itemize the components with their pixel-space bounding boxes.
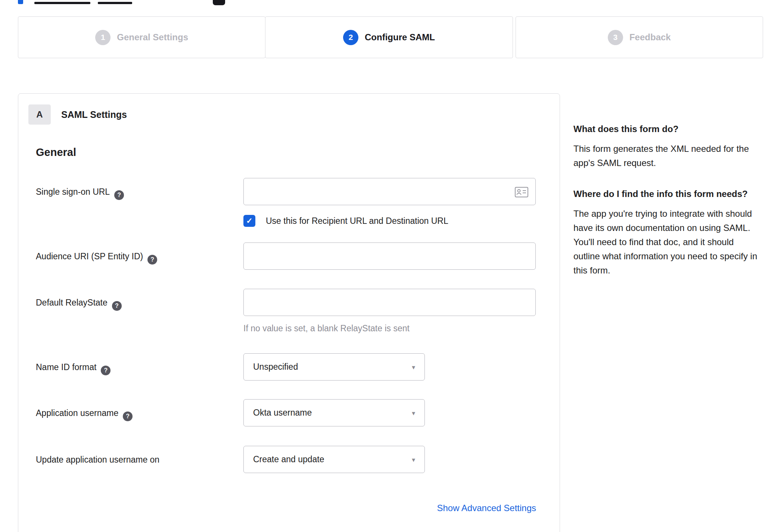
panel-title: SAML Settings xyxy=(61,109,127,120)
step-label: General Settings xyxy=(117,32,188,43)
clipped-link-fragment xyxy=(18,0,23,4)
app-username-row: Application username? Okta username ▼ xyxy=(36,399,560,426)
saml-settings-panel: A SAML Settings General Single sign-on U… xyxy=(18,93,560,532)
name-id-format-value: Unspecified xyxy=(253,362,298,372)
update-app-username-label: Update application username on xyxy=(36,446,243,473)
relay-state-hint: If no value is set, a blank RelayState i… xyxy=(243,322,536,335)
clipped-title-fragment xyxy=(34,2,90,4)
section-a-badge: A xyxy=(28,104,51,125)
sidebar-body-what: This form generates the XML needed for t… xyxy=(573,142,760,170)
chevron-down-icon: ▼ xyxy=(411,410,416,416)
chevron-down-icon: ▼ xyxy=(411,457,416,463)
update-app-username-select[interactable]: Create and update ▼ xyxy=(243,446,425,473)
help-icon[interactable]: ? xyxy=(112,301,122,311)
show-advanced-settings-link[interactable]: Show Advanced Settings xyxy=(437,503,536,513)
recipient-url-checkbox-label[interactable]: Use this for Recipient URL and Destinati… xyxy=(266,216,448,226)
step-number-badge: 3 xyxy=(608,30,623,45)
step-general-settings[interactable]: 1 General Settings xyxy=(18,16,265,58)
audience-uri-label: Audience URI (SP Entity ID)? xyxy=(36,242,243,270)
app-username-select[interactable]: Okta username ▼ xyxy=(243,399,425,426)
sidebar-heading-what: What does this form do? xyxy=(573,122,760,136)
clipped-page-header xyxy=(0,0,781,5)
step-feedback[interactable]: 3 Feedback xyxy=(516,16,763,58)
help-icon[interactable]: ? xyxy=(114,190,124,200)
clipped-button-fragment xyxy=(213,0,225,5)
sidebar-heading-where: Where do I find the info this form needs… xyxy=(573,187,760,201)
step-configure-saml[interactable]: 2 Configure SAML xyxy=(265,16,513,58)
step-number-badge: 2 xyxy=(343,30,358,45)
step-number-badge: 1 xyxy=(95,30,111,45)
help-sidebar: What does this form do? This form genera… xyxy=(573,93,760,295)
help-icon[interactable]: ? xyxy=(101,366,111,375)
relay-state-input[interactable] xyxy=(243,289,536,316)
wizard-stepper: 1 General Settings 2 Configure SAML 3 Fe… xyxy=(18,16,763,58)
relay-state-label: Default RelayState? xyxy=(36,289,243,335)
name-id-format-select[interactable]: Unspecified ▼ xyxy=(243,353,425,381)
clipped-title-fragment xyxy=(98,2,132,4)
contact-card-icon[interactable] xyxy=(515,187,528,197)
sso-url-input[interactable] xyxy=(243,178,536,205)
audience-uri-row: Audience URI (SP Entity ID)? xyxy=(36,242,560,270)
check-icon: ✓ xyxy=(246,216,253,225)
name-id-format-label: Name ID format? xyxy=(36,353,243,381)
general-group-heading: General xyxy=(36,146,560,159)
relay-state-row: Default RelayState? If no value is set, … xyxy=(36,289,560,335)
step-label: Configure SAML xyxy=(365,32,435,43)
update-app-username-row: Update application username on Create an… xyxy=(36,446,560,473)
name-id-format-row: Name ID format? Unspecified ▼ xyxy=(36,353,560,381)
sso-url-label: Single sign-on URL? xyxy=(36,178,243,227)
sidebar-body-where: The app you're trying to integrate with … xyxy=(573,207,760,278)
help-icon[interactable]: ? xyxy=(123,411,133,421)
update-app-username-value: Create and update xyxy=(253,454,324,464)
chevron-down-icon: ▼ xyxy=(411,364,416,370)
app-username-value: Okta username xyxy=(253,408,312,418)
app-username-label: Application username? xyxy=(36,399,243,426)
sso-url-row: Single sign-on URL? xyxy=(36,178,560,227)
audience-uri-input[interactable] xyxy=(243,242,536,270)
step-label: Feedback xyxy=(629,32,671,43)
recipient-url-checkbox[interactable]: ✓ xyxy=(243,215,255,227)
help-icon[interactable]: ? xyxy=(147,255,157,265)
